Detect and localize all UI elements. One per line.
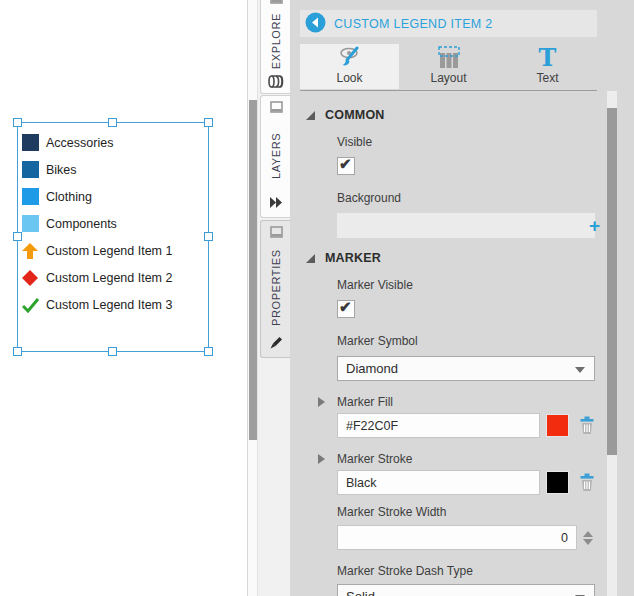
background-field-row: + — [337, 213, 607, 238]
resize-handle-bottom-left[interactable] — [13, 347, 22, 356]
marker-symbol-label: Marker Symbol — [337, 334, 607, 348]
side-tab-properties[interactable]: PROPERTIES — [260, 220, 291, 358]
marker-stroke-row[interactable]: Marker Stroke — [318, 452, 607, 466]
look-icon — [336, 46, 364, 70]
marker-stroke-width-row — [337, 525, 607, 550]
resize-handle-bottom-center[interactable] — [108, 347, 117, 356]
side-tab-explore-label: EXPLORE — [270, 7, 282, 75]
tab-look-label: Look — [336, 71, 362, 85]
side-tab-explore[interactable]: EXPLORE — [260, 0, 291, 94]
text-icon: T — [539, 46, 557, 70]
legend-item-label: Clothing — [46, 190, 92, 204]
marker-stroke-width-input[interactable] — [337, 525, 577, 550]
marker-fill-input[interactable] — [337, 413, 540, 438]
check-marker-icon — [21, 296, 39, 314]
marker-fill-swatch[interactable] — [546, 414, 569, 437]
trash-icon[interactable] — [579, 416, 595, 435]
section-common[interactable]: COMMON — [306, 107, 607, 123]
resize-handle-middle-right[interactable] — [204, 232, 213, 241]
resize-handle-top-center[interactable] — [108, 118, 117, 127]
square-marker-icon — [22, 188, 39, 205]
pencil-icon — [269, 335, 283, 352]
add-background-icon[interactable]: + — [589, 214, 600, 237]
legend-item-label: Custom Legend Item 1 — [46, 244, 172, 258]
square-marker-icon — [22, 134, 39, 151]
marker-visible-checkbox[interactable]: ✔ — [337, 300, 355, 318]
legend-item: Bikes — [21, 156, 206, 183]
panel-tabs: Look Layout T Text — [300, 44, 597, 89]
legend-item: Clothing — [21, 183, 206, 210]
properties-panel: CUSTOM LEGEND ITEM 2 Look — [290, 0, 634, 596]
background-input[interactable] — [337, 213, 595, 238]
resize-handle-bottom-right[interactable] — [204, 347, 213, 356]
marker-stroke-input[interactable] — [337, 470, 540, 495]
marker-symbol-dropdown[interactable]: Diamond — [337, 356, 595, 381]
trash-icon[interactable] — [579, 473, 595, 492]
expander-right-icon[interactable] — [318, 397, 325, 407]
marker-fill-row[interactable]: Marker Fill — [318, 395, 607, 409]
marker-symbol-value: Diamond — [346, 361, 398, 376]
resize-handle-middle-left[interactable] — [13, 232, 22, 241]
design-canvas[interactable]: AccessoriesBikesClothingComponentsCustom… — [0, 0, 247, 596]
legend-item: Custom Legend Item 2 — [21, 264, 206, 291]
legend-item-label: Components — [46, 217, 117, 231]
side-tabstrip: EXPLORE LAYERS PROPERTIES — [257, 0, 290, 596]
arrow-up-marker-icon — [21, 242, 39, 260]
legend-item-label: Custom Legend Item 2 — [46, 271, 172, 285]
background-label: Background — [337, 191, 607, 205]
visible-label: Visible — [337, 135, 607, 149]
collapse-triangle-icon — [306, 111, 315, 120]
tab-layout-label: Layout — [430, 71, 466, 85]
side-tab-layers-label: LAYERS — [270, 116, 282, 196]
legend-item: Custom Legend Item 3 — [21, 291, 206, 318]
legend-item-label: Custom Legend Item 3 — [46, 298, 172, 312]
legend-item: Accessories — [21, 129, 206, 156]
legend-item: Custom Legend Item 1 — [21, 237, 206, 264]
layout-icon — [438, 46, 460, 70]
panel-scrollbar-thumb[interactable] — [607, 108, 617, 455]
marker-stroke-dash-label: Marker Stroke Dash Type — [337, 564, 607, 578]
chevron-down-icon — [575, 367, 585, 373]
section-marker-title: MARKER — [325, 251, 381, 265]
section-marker[interactable]: MARKER — [306, 250, 607, 266]
resize-handle-top-left[interactable] — [13, 118, 22, 127]
side-tab-layers[interactable]: LAYERS — [260, 95, 291, 218]
panel-square-icon — [270, 226, 283, 241]
panel-square-icon — [270, 101, 283, 116]
checkmark-icon: ✔ — [339, 298, 352, 316]
marker-stroke-dash-value: Solid — [346, 589, 375, 596]
expander-right-icon[interactable] — [318, 454, 325, 464]
spin-up-icon[interactable] — [583, 531, 593, 537]
canvas-scrollbar-thumb[interactable] — [249, 100, 257, 440]
tab-layout[interactable]: Layout — [399, 44, 498, 89]
marker-fill-label: Marker Fill — [337, 395, 393, 409]
marker-stroke-dash-dropdown[interactable]: Solid — [337, 584, 595, 596]
database-icon — [268, 75, 284, 91]
resize-handle-top-right[interactable] — [204, 118, 213, 127]
tab-text[interactable]: T Text — [498, 44, 597, 89]
checkmark-icon: ✔ — [339, 155, 352, 173]
canvas-scrollbar[interactable] — [247, 0, 257, 596]
breadcrumb-header[interactable]: CUSTOM LEGEND ITEM 2 — [300, 10, 597, 37]
layers-icon — [269, 196, 283, 212]
diamond-marker-icon — [21, 269, 39, 287]
spin-down-icon[interactable] — [583, 539, 593, 545]
marker-stroke-swatch[interactable] — [546, 471, 569, 494]
stepper-buttons[interactable] — [581, 525, 595, 550]
legend-widget[interactable]: AccessoriesBikesClothingComponentsCustom… — [17, 122, 209, 352]
visible-checkbox[interactable]: ✔ — [337, 157, 355, 175]
square-marker-icon — [22, 215, 39, 232]
panel-scrollbar[interactable] — [607, 91, 617, 596]
marker-symbol-row: Diamond — [337, 356, 607, 381]
side-tab-properties-label: PROPERTIES — [270, 241, 282, 335]
marker-stroke-width-label: Marker Stroke Width — [337, 505, 607, 519]
tab-look[interactable]: Look — [300, 44, 399, 89]
marker-stroke-dash-row: Solid — [337, 584, 607, 596]
legend-item-label: Accessories — [46, 136, 113, 150]
marker-visible-label: Marker Visible — [337, 278, 607, 292]
marker-stroke-field-row — [337, 470, 607, 495]
panel-square-icon — [270, 0, 283, 7]
back-icon[interactable] — [305, 12, 326, 36]
tab-text-label: Text — [536, 71, 558, 85]
section-common-title: COMMON — [325, 108, 385, 122]
